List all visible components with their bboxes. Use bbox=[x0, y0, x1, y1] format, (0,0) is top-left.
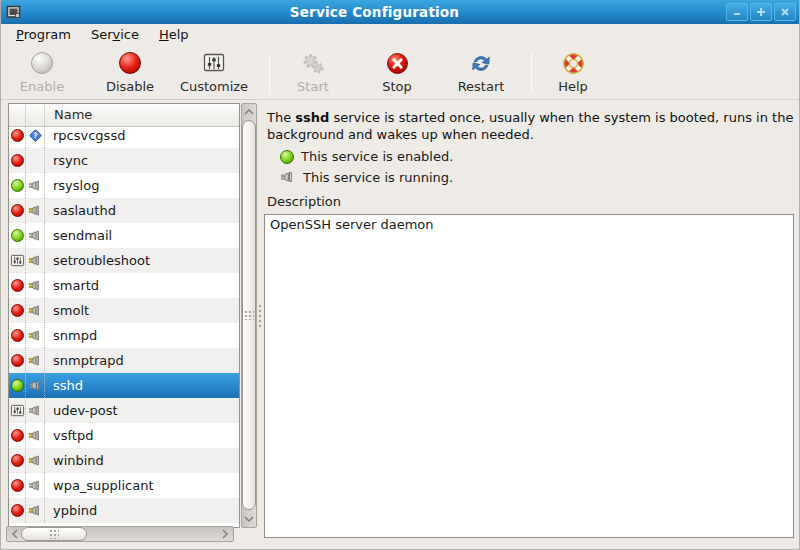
stop-button[interactable]: Stop bbox=[371, 51, 423, 95]
service-stopped-icon bbox=[26, 198, 45, 223]
service-disabled-icon bbox=[9, 148, 26, 173]
minimize-button[interactable] bbox=[726, 3, 748, 21]
service-row-setroubleshoot[interactable]: setroubleshoot bbox=[9, 248, 239, 273]
service-running-icon bbox=[26, 398, 45, 423]
service-disabled-icon bbox=[9, 348, 26, 373]
window-title: Service Configuration bbox=[23, 4, 726, 20]
maximize-button[interactable] bbox=[750, 3, 772, 21]
description-text: OpenSSH server daemon bbox=[270, 217, 434, 232]
window-controls bbox=[726, 3, 796, 21]
service-running-icon bbox=[280, 169, 296, 185]
customize-icon bbox=[202, 52, 226, 74]
service-enabled-icon bbox=[9, 173, 26, 198]
service-enabled-icon bbox=[9, 223, 26, 248]
column-header-name[interactable]: Name bbox=[45, 104, 239, 126]
service-row-smartd[interactable]: smartd bbox=[9, 273, 239, 298]
scroll-right-button[interactable] bbox=[218, 527, 232, 541]
service-row-snmpd[interactable]: snmpd bbox=[9, 323, 239, 348]
vertical-scrollbar[interactable] bbox=[241, 103, 257, 528]
column-header-enabled[interactable] bbox=[9, 104, 26, 126]
toolbar-separator bbox=[269, 53, 270, 93]
description-textview[interactable]: OpenSSH server daemon bbox=[264, 214, 794, 538]
customize-button[interactable]: Customize bbox=[169, 51, 259, 95]
close-button[interactable] bbox=[774, 3, 796, 21]
service-row-rsync[interactable]: rsync bbox=[9, 148, 239, 173]
help-button[interactable]: Help bbox=[547, 51, 599, 95]
service-row-snmptrapd[interactable]: snmptrapd bbox=[9, 348, 239, 373]
enable-button: Enable bbox=[11, 51, 73, 95]
service-name: ypbind bbox=[45, 498, 97, 523]
service-name: setroubleshoot bbox=[45, 248, 150, 273]
service-name: snmptrapd bbox=[45, 348, 124, 373]
service-row-smolt[interactable]: smolt bbox=[9, 298, 239, 323]
column-header-status[interactable] bbox=[26, 104, 45, 126]
titlebar[interactable]: Service Configuration bbox=[1, 0, 799, 24]
service-row-saslauthd[interactable]: saslauthd bbox=[9, 198, 239, 223]
thumb-grip bbox=[49, 529, 59, 539]
service-disabled-icon bbox=[9, 423, 26, 448]
service-disabled-icon bbox=[9, 198, 26, 223]
service-name: sendmail bbox=[45, 223, 112, 248]
service-row-winbind[interactable]: winbind bbox=[9, 448, 239, 473]
service-row-ypbind[interactable]: ypbind bbox=[9, 498, 239, 523]
service-name-bold: sshd bbox=[295, 110, 329, 125]
description-label: Description bbox=[267, 194, 800, 209]
service-row-wpa_supplicant[interactable]: wpa_supplicant bbox=[9, 473, 239, 498]
service-running-icon bbox=[26, 473, 45, 498]
service-stopped-icon bbox=[26, 248, 45, 273]
scroll-left-button[interactable] bbox=[8, 527, 22, 541]
service-row-sshd[interactable]: sshd bbox=[9, 373, 239, 398]
service-stopped-icon bbox=[26, 323, 45, 348]
service-disabled-icon bbox=[9, 273, 26, 298]
service-list: Name ?rpcsvcgssdrsyncrsyslogsaslauthdsen… bbox=[8, 103, 240, 528]
service-name: winbind bbox=[45, 448, 104, 473]
service-name: smolt bbox=[45, 298, 89, 323]
service-stopped-icon bbox=[26, 448, 45, 473]
menu-program[interactable]: Program bbox=[6, 24, 81, 47]
service-name: vsftpd bbox=[45, 423, 93, 448]
service-row-vsftpd[interactable]: vsftpd bbox=[9, 423, 239, 448]
disable-button[interactable]: Disable bbox=[97, 51, 163, 95]
service-disabled-icon bbox=[9, 323, 26, 348]
service-row-sendmail[interactable]: sendmail bbox=[9, 223, 239, 248]
menu-help[interactable]: Help bbox=[149, 24, 199, 47]
enable-icon bbox=[31, 52, 53, 74]
horizontal-scrollbar-thumb[interactable] bbox=[21, 527, 87, 541]
horizontal-scrollbar[interactable] bbox=[6, 526, 234, 542]
service-row-udev-post[interactable]: udev-post bbox=[9, 398, 239, 423]
start-button: Start bbox=[283, 51, 343, 95]
service-name: rpcsvcgssd bbox=[45, 127, 125, 148]
service-enabled-icon bbox=[9, 373, 26, 398]
thumb-grip bbox=[244, 310, 254, 320]
service-disabled-icon bbox=[9, 498, 26, 523]
scroll-up-button[interactable] bbox=[242, 105, 256, 119]
vertical-scrollbar-thumb[interactable] bbox=[242, 120, 256, 510]
restart-button[interactable]: Restart bbox=[445, 51, 517, 95]
stop-icon bbox=[386, 52, 409, 75]
service-stopped-icon bbox=[26, 498, 45, 523]
window-icon bbox=[5, 3, 23, 21]
service-details-panel: The sshd service is started once, usuall… bbox=[264, 100, 800, 550]
menubar: ProgramServiceHelp bbox=[1, 24, 799, 47]
service-row-rpcsvcgssd[interactable]: ?rpcsvcgssd bbox=[9, 127, 239, 148]
disable-icon bbox=[119, 52, 141, 74]
service-disabled-icon bbox=[9, 127, 26, 148]
service-name: snmpd bbox=[45, 323, 97, 348]
disable-label: Disable bbox=[106, 79, 154, 94]
service-stopped-icon bbox=[26, 298, 45, 323]
splitter-grip bbox=[259, 305, 261, 307]
service-name: udev-post bbox=[45, 398, 118, 423]
service-name: smartd bbox=[45, 273, 99, 298]
service-stopped-icon bbox=[26, 348, 45, 373]
running-status-line: This service is running. bbox=[280, 169, 800, 185]
service-configuration-window: Service Configuration ProgramServiceHelp… bbox=[0, 0, 800, 550]
service-disabled-icon bbox=[9, 448, 26, 473]
help-icon bbox=[562, 52, 585, 75]
pane-splitter[interactable] bbox=[257, 103, 263, 528]
help-label: Help bbox=[558, 79, 588, 94]
scroll-down-button[interactable] bbox=[242, 512, 256, 526]
service-row-rsyslog[interactable]: rsyslog bbox=[9, 173, 239, 198]
toolbar-separator bbox=[531, 53, 532, 93]
menu-service[interactable]: Service bbox=[81, 24, 149, 47]
service-name: saslauthd bbox=[45, 198, 116, 223]
